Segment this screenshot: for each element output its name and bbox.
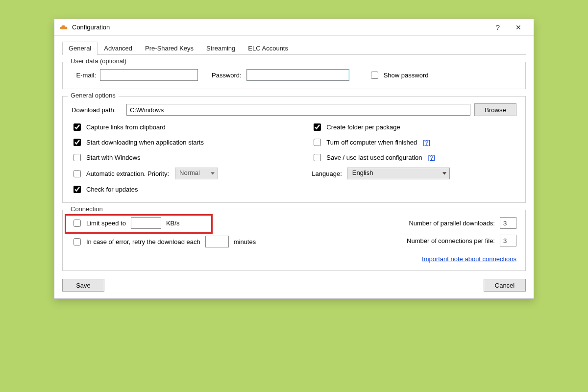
turn-off-checkbox[interactable]: Turn off computer when finished	[312, 137, 417, 147]
group-general-options: General options Download path: Browse Ca…	[62, 96, 526, 203]
priority-select: Normal	[175, 168, 218, 179]
auto-extract-checkbox[interactable]: Automatic extraction. Priority:	[72, 169, 169, 179]
language-label: Language:	[312, 170, 342, 177]
show-password-checkbox[interactable]: Show password	[369, 70, 429, 80]
connections-per-file-field[interactable]	[500, 235, 516, 246]
tab-general[interactable]: General	[62, 42, 98, 55]
tab-strip: General Advanced Pre-Shared Keys Streami…	[62, 42, 526, 55]
client-area: General Advanced Pre-Shared Keys Streami…	[54, 36, 534, 298]
group-connection: Connection Limit speed to KB/s	[62, 210, 526, 271]
window-title: Configuration	[72, 24, 110, 31]
start-download-checkbox[interactable]: Start downloading when application start…	[72, 137, 312, 147]
app-cloud-icon	[59, 24, 68, 31]
titlebar: Configuration ? ✕	[54, 19, 534, 36]
parallel-downloads-label: Number of parallel downloads:	[409, 220, 495, 227]
close-icon: ✕	[515, 24, 521, 31]
password-field[interactable]	[246, 69, 349, 81]
limit-speed-checkbox[interactable]: Limit speed to	[72, 218, 126, 228]
connections-note-link[interactable]: Important note about connections	[422, 255, 516, 263]
chevron-down-icon	[211, 172, 215, 175]
download-path-field[interactable]	[126, 104, 470, 116]
download-path-label: Download path:	[72, 106, 122, 114]
start-with-windows-checkbox[interactable]: Start with Windows	[72, 152, 312, 163]
kbs-label: KB/s	[166, 220, 179, 227]
language-select[interactable]: English	[347, 168, 450, 179]
group-user-data: User data (optional) E-mail: Password: S…	[62, 62, 526, 89]
legend-connection: Connection	[68, 205, 106, 213]
legend-user-data: User data (optional)	[68, 57, 129, 65]
configuration-window: Configuration ? ✕ General Advanced Pre-S…	[54, 19, 534, 299]
minutes-label: minutes	[234, 238, 256, 245]
tab-psk[interactable]: Pre-Shared Keys	[139, 42, 200, 55]
tab-streaming[interactable]: Streaming	[200, 42, 242, 55]
email-label: E-mail:	[72, 72, 96, 79]
retry-minutes-field[interactable]	[205, 236, 229, 247]
dialog-footer: Save Cancel	[62, 279, 526, 292]
close-button[interactable]: ✕	[508, 19, 529, 36]
retry-checkbox[interactable]: In case of error, retry the download eac…	[72, 237, 200, 247]
help-button[interactable]: ?	[488, 19, 508, 36]
parallel-downloads-field[interactable]	[500, 217, 516, 229]
save-button[interactable]: Save	[62, 279, 104, 292]
turnoff-help-link[interactable]: [?]	[423, 139, 430, 146]
tab-advanced[interactable]: Advanced	[98, 42, 139, 55]
email-field[interactable]	[100, 69, 198, 81]
save-last-config-checkbox[interactable]: Save / use last used configuration	[312, 152, 422, 163]
check-updates-checkbox[interactable]: Check for updates	[72, 184, 312, 195]
tab-elc[interactable]: ELC Accounts	[242, 42, 294, 55]
capture-links-checkbox[interactable]: Capture links from clipboard	[72, 122, 312, 132]
savelast-help-link[interactable]: [?]	[428, 154, 435, 161]
legend-general-options: General options	[68, 92, 119, 99]
browse-button[interactable]: Browse	[474, 103, 516, 116]
create-folder-checkbox[interactable]: Create folder per package	[312, 122, 516, 132]
password-label: Password:	[212, 72, 242, 79]
chevron-down-icon	[442, 172, 446, 175]
limit-speed-field[interactable]	[131, 217, 161, 229]
connections-per-file-label: Number of connections per file:	[407, 237, 495, 245]
cancel-button[interactable]: Cancel	[484, 279, 526, 292]
